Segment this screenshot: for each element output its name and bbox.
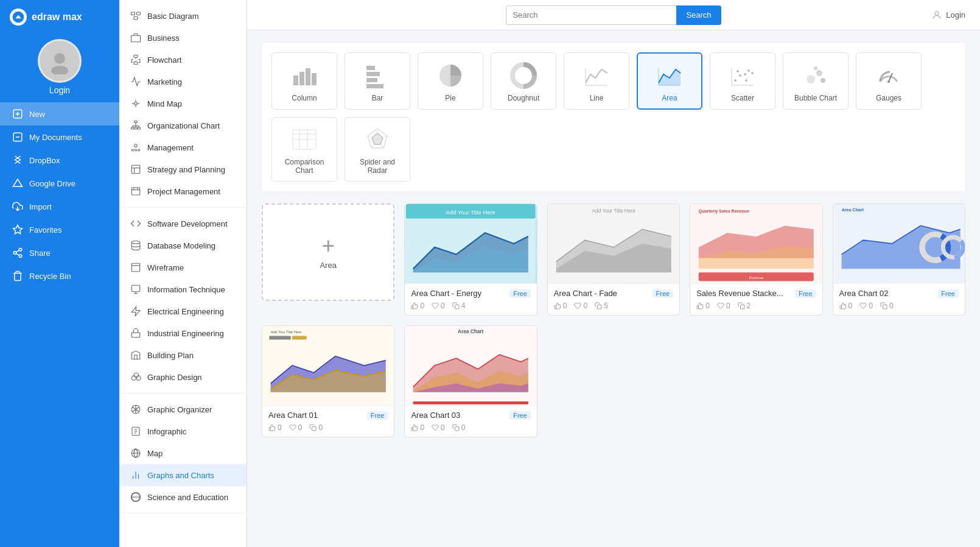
sidebar-item-recycle-bin[interactable]: Recycle Bin [0, 264, 119, 288]
topbar-login-label: Login [946, 10, 965, 19]
topbar: Search Login [247, 0, 980, 30]
template-stat-hearts-01: 0 [289, 423, 303, 432]
middle-nav-section-2: Software Development Database Modeling W… [119, 208, 247, 393]
middle-nav-item-building[interactable]: Building Plan [119, 344, 247, 366]
middle-nav-item-industrial[interactable]: Industrial Engineering [119, 322, 247, 344]
svg-point-89 [747, 69, 750, 72]
svg-point-37 [131, 149, 133, 151]
middle-nav-item-science-label: Science and Education [147, 493, 228, 502]
sidebar-item-import[interactable]: Import [0, 195, 119, 218]
middle-nav-item-org-chart[interactable]: Organizational Chart [119, 115, 247, 136]
template-stat-likes-fade: 0 [554, 302, 567, 310]
svg-point-39 [138, 149, 140, 151]
chart-type-area[interactable]: Area [637, 52, 702, 110]
sidebar-item-dropbox[interactable]: DropBox [0, 149, 119, 172]
middle-nav-item-graphic-organizer[interactable]: Graphic Organizer [119, 398, 247, 420]
middle-nav-item-flowchart[interactable]: Flowchart [119, 49, 247, 71]
sidebar-item-favorites-label: Favorites [29, 225, 61, 235]
avatar [38, 39, 82, 83]
middle-nav-item-science[interactable]: Science and Education [119, 486, 247, 508]
middle-nav-item-infographic[interactable]: Infographic [119, 420, 247, 442]
sidebar-item-google-drive-label: Google Drive [29, 179, 75, 188]
middle-nav-item-mind-map[interactable]: Mind Map [119, 93, 247, 115]
template-stats-area-fade: 0 0 5 [554, 302, 673, 310]
svg-rect-54 [131, 333, 140, 337]
search-button[interactable]: Search [676, 5, 721, 25]
topbar-login[interactable]: Login [931, 10, 965, 21]
template-card-area-03[interactable]: Area Chart Area Chart 03 Free [404, 325, 537, 437]
svg-text:Add Your Title Here: Add Your Title Here [592, 208, 635, 214]
svg-point-86 [739, 74, 741, 77]
logo[interactable]: edraw max [0, 0, 119, 34]
sidebar-login-label[interactable]: Login [49, 85, 70, 95]
middle-nav-item-project-mgmt[interactable]: Project Management [119, 180, 247, 202]
chart-type-scatter[interactable]: Scatter [710, 52, 775, 110]
chart-type-column[interactable]: Column [271, 52, 337, 110]
template-stat-likes-revenue: 0 [696, 302, 710, 310]
middle-nav-item-database[interactable]: Database Modeling [119, 235, 247, 256]
svg-marker-8 [13, 179, 23, 186]
chart-type-bar[interactable]: Bar [345, 52, 410, 110]
template-card-area-01[interactable]: Add Your Title Here Area Chart 01 Free [262, 325, 394, 437]
copy-icon [738, 302, 745, 309]
chart-type-spider-label: Spider and Radar [350, 158, 405, 175]
template-info-sales-revenue: Sales Revenue Stacke... Free 0 0 [690, 283, 822, 315]
svg-rect-147 [413, 401, 528, 404]
middle-nav-item-basic-diagram[interactable]: Basic Diagram [119, 5, 247, 27]
svg-rect-50 [131, 285, 140, 292]
template-info-area-03: Area Chart 03 Free 0 0 [405, 405, 536, 437]
template-badge-area-02: Free [937, 289, 959, 298]
chart-type-gauges[interactable]: Gauges [856, 52, 922, 110]
svg-rect-19 [131, 35, 141, 42]
search-container: Search [506, 5, 721, 25]
chart-type-pie-label: Pie [445, 94, 455, 102]
template-card-area-02[interactable]: Area Chart Area Chart 02 Free [833, 203, 965, 316]
middle-nav-item-marketing[interactable]: Marketing [119, 71, 247, 93]
middle-nav-item-business[interactable]: Business [119, 27, 247, 49]
svg-rect-137 [883, 305, 887, 309]
middle-nav-item-software-dev[interactable]: Software Development [119, 213, 247, 235]
middle-nav-item-info-tech[interactable]: Information Technique [119, 278, 247, 300]
chart-type-bubble[interactable]: Bubble Chart [783, 52, 849, 110]
template-card-area-energy[interactable]: Add Your Title Here Area Chart - Energy … [404, 203, 537, 316]
chart-types-grid: Column Bar Pie [262, 43, 965, 191]
middle-nav-item-strategy[interactable]: Strategy and Planning [119, 158, 247, 180]
template-title-area-fade: Area Chart - Fade [554, 289, 617, 298]
chart-type-line-label: Line [590, 94, 604, 102]
heart-icon [289, 424, 296, 431]
middle-nav-item-map[interactable]: Map [119, 442, 247, 464]
middle-nav-item-graphic[interactable]: Graphic Design [119, 366, 247, 388]
svg-line-14 [16, 253, 19, 255]
template-title-area-02: Area Chart 02 [839, 289, 889, 298]
chart-type-spider[interactable]: Spider and Radar [345, 117, 410, 182]
sidebar-item-dropbox-label: DropBox [29, 156, 60, 165]
svg-point-95 [816, 70, 822, 76]
middle-nav-item-marketing-label: Marketing [147, 77, 182, 86]
middle-nav-item-basic-diagram-label: Basic Diagram [147, 12, 199, 21]
middle-nav-item-wireframe[interactable]: Wireframe [119, 256, 247, 278]
chart-type-line[interactable]: Line [564, 52, 629, 110]
middle-nav-item-electrical[interactable]: Electrical Engineering [119, 300, 247, 322]
sidebar-item-share[interactable]: Share [0, 241, 119, 264]
search-input[interactable] [506, 5, 676, 25]
template-card-sales-revenue[interactable]: Quarterly Sales Revenue Revenue Sales Re… [690, 203, 822, 316]
comparison-chart-icon [291, 126, 318, 153]
template-card-area-fade[interactable]: Add Your Title Here Area Chart - Fade Fr… [547, 203, 680, 316]
sidebar-item-favorites[interactable]: Favorites [0, 218, 119, 241]
svg-point-87 [737, 70, 739, 72]
chart-type-pie[interactable]: Pie [418, 52, 483, 110]
svg-rect-74 [366, 66, 375, 70]
template-stat-hearts-03: 0 [432, 423, 445, 432]
svg-rect-73 [312, 73, 317, 85]
sidebar-item-google-drive[interactable]: Google Drive [0, 172, 119, 195]
svg-text:Quarterly Sales Revenue: Quarterly Sales Revenue [699, 209, 749, 214]
chart-type-doughnut[interactable]: Doughnut [491, 52, 556, 110]
template-card-new[interactable]: + Area [262, 203, 394, 301]
sidebar-item-my-documents[interactable]: My Documents [0, 125, 119, 149]
sidebar-item-new[interactable]: New [0, 102, 119, 125]
svg-point-13 [19, 255, 22, 258]
middle-nav-item-graphs-charts[interactable]: Graphs and Charts [119, 464, 247, 486]
chart-type-comparison[interactable]: Comparison Chart [271, 117, 337, 182]
middle-nav-item-management[interactable]: Management [119, 136, 247, 158]
template-new-label: Area [320, 261, 336, 270]
